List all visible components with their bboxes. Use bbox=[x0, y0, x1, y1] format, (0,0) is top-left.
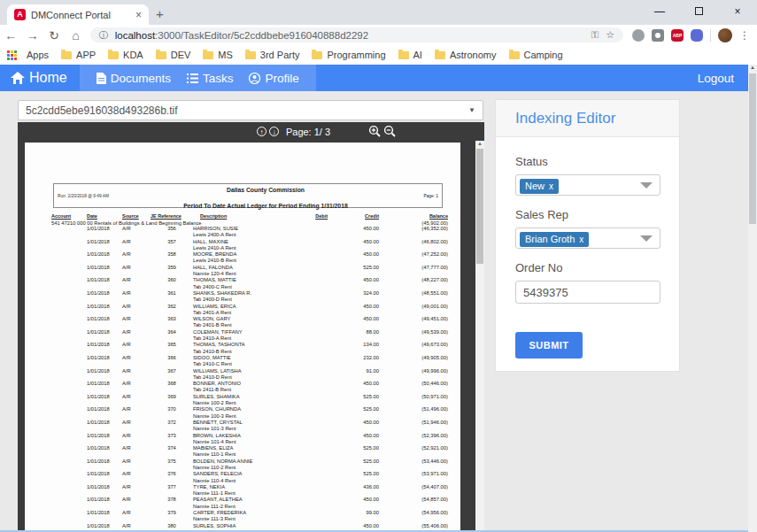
password-key-icon[interactable]: ⚿ bbox=[591, 29, 599, 41]
zoom-out-icon[interactable] bbox=[383, 125, 396, 137]
page-up-icon[interactable]: ↑ bbox=[257, 127, 266, 136]
nav-item-profile[interactable]: Profile bbox=[249, 72, 298, 85]
tab-title: DMConnect Portal bbox=[31, 10, 132, 20]
browser-home-button[interactable]: ⌂ bbox=[65, 28, 86, 42]
browser-tab[interactable]: A DMConnect Portal × bbox=[7, 4, 149, 25]
tif-viewer: ↑ ↓ Page: 1/ 3 Run: 2/20/2018 @ 9:49 AM … bbox=[18, 122, 484, 532]
new-tab-button[interactable]: + bbox=[156, 6, 164, 21]
document-file-select[interactable]: 5c2cdd5ebe916038d493286b.tif ▼ bbox=[18, 100, 483, 120]
bookmark-folder[interactable]: Programming bbox=[312, 50, 385, 60]
ledger-row: 1/01/2018 A/R 374 MABIENS, ELIZA 525.00 … bbox=[51, 445, 448, 459]
document-page: Run: 2/20/2018 @ 9:49 AM Dallas County C… bbox=[25, 143, 460, 532]
nav-item-tasks[interactable]: Tasks bbox=[187, 72, 234, 85]
sales-rep-label: Sales Rep bbox=[515, 208, 660, 221]
panel-title: Indexing Editor bbox=[515, 110, 615, 127]
folder-icon bbox=[245, 51, 256, 59]
status-select[interactable]: Newx bbox=[515, 174, 660, 196]
site-info-icon[interactable]: ⓘ bbox=[99, 29, 108, 42]
submit-button[interactable]: SUBMIT bbox=[515, 332, 583, 359]
bookmark-folder[interactable]: Camping bbox=[509, 50, 563, 60]
ledger-row: 1/01/2018 A/R 359 HALL, FALONDA 525.00 (… bbox=[51, 265, 448, 278]
shield-extension-icon[interactable] bbox=[691, 29, 703, 42]
viewer-scrollbar[interactable]: ▲ bbox=[475, 141, 484, 532]
order-no-input[interactable] bbox=[515, 281, 660, 304]
bookmark-folder[interactable]: AI bbox=[398, 50, 422, 60]
status-tag-remove-icon[interactable]: x bbox=[549, 181, 553, 191]
profile-icon bbox=[249, 73, 260, 84]
toolbar-divider bbox=[710, 29, 711, 42]
select-caret-icon: ▼ bbox=[468, 106, 475, 114]
url-text[interactable]: localhost:3000/TaskEditor/5c2cddbebe9160… bbox=[115, 30, 584, 41]
tab-bar: A DMConnect Portal × + — × bbox=[0, 0, 757, 25]
ledger-row: 1/01/2018 A/R 373 BROWN, LAKESHIA 450.00… bbox=[51, 433, 448, 446]
viewer-toolbar: ↑ ↓ Page: 1/ 3 bbox=[18, 122, 484, 141]
page-indicator: Page: 1/ 3 bbox=[286, 127, 330, 137]
bookmarks-bar: Apps APP KDA DEV MS 3rd Party Programmin… bbox=[0, 45, 757, 65]
sales-rep-tag-remove-icon[interactable]: x bbox=[579, 235, 583, 244]
ledger-row: 1/01/2018 A/R 361 SHANKS, SHAKEDRA R. 32… bbox=[51, 290, 448, 304]
folder-icon bbox=[509, 51, 520, 59]
ledger-header: Run: 2/20/2018 @ 9:49 AM Dallas County C… bbox=[53, 183, 443, 208]
ledger-page-number: Page: 1 bbox=[398, 194, 442, 198]
tab-close-icon[interactable]: × bbox=[135, 9, 142, 21]
window-minimize-button[interactable]: — bbox=[640, 0, 679, 25]
page-scrollbar[interactable]: ▲ bbox=[748, 65, 757, 532]
document-icon bbox=[97, 73, 106, 84]
dropdown-caret-icon bbox=[640, 182, 653, 189]
window-maximize-button[interactable] bbox=[679, 0, 718, 25]
window-close-button[interactable]: × bbox=[718, 0, 757, 25]
sales-rep-select[interactable]: Brian Grothx bbox=[515, 227, 660, 249]
logout-link[interactable]: Logout bbox=[698, 72, 734, 85]
ledger-row: 1/01/2018 A/R 370 FRISON, CHURNDA 525.00… bbox=[51, 406, 448, 420]
nav-item-documents[interactable]: Documents bbox=[97, 72, 171, 85]
ledger-table: Account Date Source JE Reference Descrip… bbox=[25, 213, 460, 532]
adblock-extension-icon[interactable]: ABP bbox=[671, 29, 684, 42]
sales-rep-tag: Brian Grothx bbox=[520, 232, 589, 247]
ledger-row: 1/01/2018 A/R 360 THOMAS, MATTIE 450.00 … bbox=[51, 277, 448, 290]
extension-icon[interactable] bbox=[632, 29, 645, 42]
status-label: Status bbox=[515, 155, 660, 168]
nav-item-home[interactable]: Home bbox=[11, 70, 67, 86]
app-navbar: Home Documents Tasks Profile Logout bbox=[0, 65, 748, 91]
reload-button[interactable]: ↻ bbox=[43, 28, 65, 42]
page-content: 5c2cdd5ebe916038d493286b.tif ▼ ↑ ↓ Page:… bbox=[0, 91, 757, 532]
ledger-row: 1/01/2018 A/R 368 BONNER, ANTONIO 450.00… bbox=[51, 381, 448, 394]
ledger-row: 1/01/2018 A/R 367 WILLIAMS, LATISHA 91.0… bbox=[51, 368, 448, 382]
home-icon bbox=[11, 72, 25, 84]
ledger-row: 1/01/2018 A/R 366 SIDOO, MATTIE 232.00 (… bbox=[51, 355, 448, 368]
indexing-editor-panel: Indexing Editor Status Newx Sales Rep Br… bbox=[495, 99, 680, 372]
nav-group: Documents Tasks Profile bbox=[80, 65, 316, 91]
apps-grid-icon bbox=[7, 50, 17, 60]
task-list-icon bbox=[187, 73, 198, 83]
forward-button[interactable]: → bbox=[21, 28, 42, 42]
chrome-menu-icon[interactable]: ⋮ bbox=[739, 29, 750, 42]
bookmark-apps[interactable]: Apps bbox=[7, 50, 49, 60]
address-bar[interactable]: ⓘ localhost:3000/TaskEditor/5c2cddbebe91… bbox=[90, 27, 623, 42]
ledger-title: Dallas County Commission bbox=[227, 187, 305, 193]
folder-icon bbox=[108, 51, 119, 59]
bookmark-folder[interactable]: Astronomy bbox=[435, 50, 497, 60]
run-timestamp: Run: 2/20/2018 @ 9:49 AM bbox=[54, 194, 134, 198]
browser-window: A DMConnect Portal × + — × ← → ↻ ⌂ ⓘ loc… bbox=[0, 0, 757, 532]
bookmark-folder[interactable]: KDA bbox=[108, 50, 143, 60]
bookmark-star-icon[interactable]: ☆ bbox=[606, 29, 614, 41]
document-canvas[interactable]: Run: 2/20/2018 @ 9:49 AM Dallas County C… bbox=[18, 141, 475, 532]
browser-toolbar: ← → ↻ ⌂ ⓘ localhost:3000/TaskEditor/5c2c… bbox=[0, 25, 757, 45]
zoom-in-icon[interactable] bbox=[368, 125, 381, 137]
bookmark-folder[interactable]: DEV bbox=[156, 50, 191, 60]
profile-avatar[interactable] bbox=[718, 28, 732, 42]
ledger-row: 1/01/2018 A/R 372 BENNETT, CRYSTAL 450.0… bbox=[51, 420, 448, 433]
ledger-subtitle: Period To Date Actual Ledger for Period … bbox=[183, 203, 347, 209]
ledger-row: 1/01/2018 A/R 358 MOORE, BRENDA 450.00 (… bbox=[51, 251, 448, 265]
page-down-icon[interactable]: ↓ bbox=[269, 127, 279, 136]
ledger-row: 1/01/2018 A/R 357 HALL, MAXINE 450.00 (4… bbox=[51, 239, 448, 252]
ledger-row: 1/01/2018 A/R 378 PEASANT, ALETHEA 450.0… bbox=[51, 497, 448, 510]
ledger-row: 1/01/2018 A/R 364 COLEMAN, TIFFANY 88.00… bbox=[51, 329, 448, 343]
bookmark-folder[interactable]: APP bbox=[61, 50, 96, 60]
back-button[interactable]: ← bbox=[0, 28, 21, 42]
folder-icon bbox=[61, 51, 72, 59]
bookmark-folder[interactable]: MS bbox=[203, 50, 233, 60]
bookmark-folder[interactable]: 3rd Party bbox=[245, 50, 300, 60]
ledger-row: 1/01/2018 A/R 362 WILLIAMS, ERICA 450.00… bbox=[51, 304, 448, 317]
screenshot-extension-icon[interactable] bbox=[652, 29, 664, 42]
